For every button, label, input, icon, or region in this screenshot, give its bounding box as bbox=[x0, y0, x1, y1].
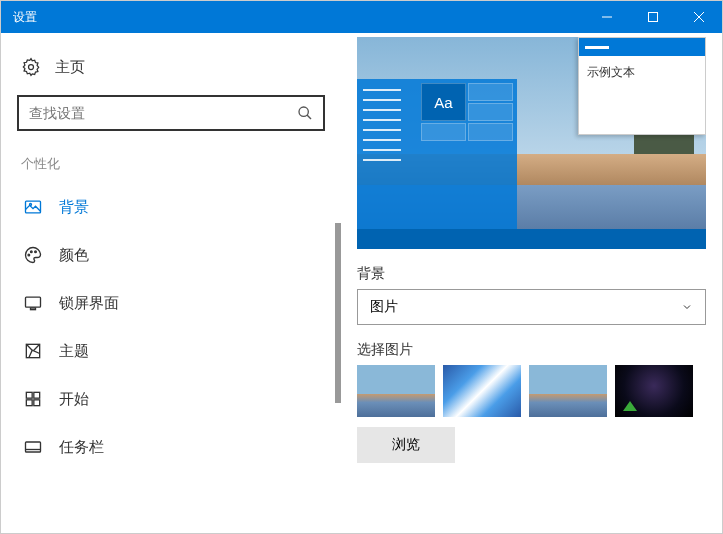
nav-item-taskbar[interactable]: 任务栏 bbox=[13, 423, 329, 471]
background-label: 背景 bbox=[357, 265, 706, 283]
window-controls bbox=[584, 1, 722, 33]
sidebar: 主页 个性化 背景 颜色 锁屏界面 主题 bbox=[1, 33, 341, 533]
preview-taskbar bbox=[357, 229, 706, 249]
svg-point-5 bbox=[299, 107, 308, 116]
nav-item-label: 锁屏界面 bbox=[59, 294, 119, 313]
svg-point-4 bbox=[29, 65, 34, 70]
nav-item-label: 开始 bbox=[59, 390, 89, 409]
nav-item-label: 背景 bbox=[59, 198, 89, 217]
choose-picture-label: 选择图片 bbox=[357, 341, 706, 359]
window-title: 设置 bbox=[1, 9, 37, 26]
search-icon bbox=[297, 105, 313, 121]
nav-item-colors[interactable]: 颜色 bbox=[13, 231, 329, 279]
nav-item-lockscreen[interactable]: 锁屏界面 bbox=[13, 279, 329, 327]
gear-icon bbox=[21, 57, 41, 77]
svg-point-10 bbox=[31, 251, 33, 253]
titlebar: 设置 bbox=[1, 1, 722, 33]
taskbar-icon bbox=[23, 437, 43, 457]
minimize-button[interactable] bbox=[584, 1, 630, 33]
nav-item-start[interactable]: 开始 bbox=[13, 375, 329, 423]
picture-icon bbox=[23, 197, 43, 217]
nav-list: 背景 颜色 锁屏界面 主题 开始 任务栏 bbox=[13, 183, 329, 471]
home-button[interactable]: 主页 bbox=[13, 49, 329, 95]
close-button[interactable] bbox=[676, 1, 722, 33]
search-box[interactable] bbox=[17, 95, 325, 131]
maximize-button[interactable] bbox=[630, 1, 676, 33]
svg-point-11 bbox=[35, 251, 37, 253]
search-input[interactable] bbox=[29, 105, 297, 121]
section-label: 个性化 bbox=[13, 151, 329, 183]
theme-icon bbox=[23, 341, 43, 361]
browse-button[interactable]: 浏览 bbox=[357, 427, 455, 463]
nav-item-label: 颜色 bbox=[59, 246, 89, 265]
home-label: 主页 bbox=[55, 58, 85, 77]
nav-item-label: 主题 bbox=[59, 342, 89, 361]
nav-item-themes[interactable]: 主题 bbox=[13, 327, 329, 375]
preview-start-menu: Aa bbox=[357, 79, 517, 229]
thumbnail-row bbox=[357, 365, 706, 417]
preview-aa-tile: Aa bbox=[421, 83, 466, 121]
thumbnail-3[interactable] bbox=[529, 365, 607, 417]
thumbnail-2[interactable] bbox=[443, 365, 521, 417]
svg-rect-18 bbox=[34, 400, 40, 406]
palette-icon bbox=[23, 245, 43, 265]
chevron-down-icon bbox=[681, 301, 693, 313]
thumbnail-4[interactable] bbox=[615, 365, 693, 417]
sample-window: 示例文本 bbox=[578, 37, 706, 135]
svg-line-6 bbox=[307, 115, 311, 119]
nav-item-background[interactable]: 背景 bbox=[13, 183, 329, 231]
svg-rect-17 bbox=[26, 400, 32, 406]
start-icon bbox=[23, 389, 43, 409]
svg-rect-16 bbox=[34, 392, 40, 398]
svg-rect-12 bbox=[26, 297, 41, 307]
svg-rect-15 bbox=[26, 392, 32, 398]
desktop-preview: Aa 示例文本 bbox=[357, 37, 706, 249]
nav-item-label: 任务栏 bbox=[59, 438, 104, 457]
background-dropdown[interactable]: 图片 bbox=[357, 289, 706, 325]
main-panel: Aa 示例文本 背景 图片 选择图片 bbox=[341, 33, 722, 533]
lockscreen-icon bbox=[23, 293, 43, 313]
sample-text: 示例文本 bbox=[579, 56, 705, 134]
svg-point-9 bbox=[28, 254, 30, 256]
svg-rect-1 bbox=[649, 13, 658, 22]
svg-rect-19 bbox=[26, 442, 41, 452]
thumbnail-1[interactable] bbox=[357, 365, 435, 417]
svg-rect-13 bbox=[31, 308, 36, 310]
dropdown-value: 图片 bbox=[370, 298, 398, 316]
svg-point-8 bbox=[30, 204, 32, 206]
